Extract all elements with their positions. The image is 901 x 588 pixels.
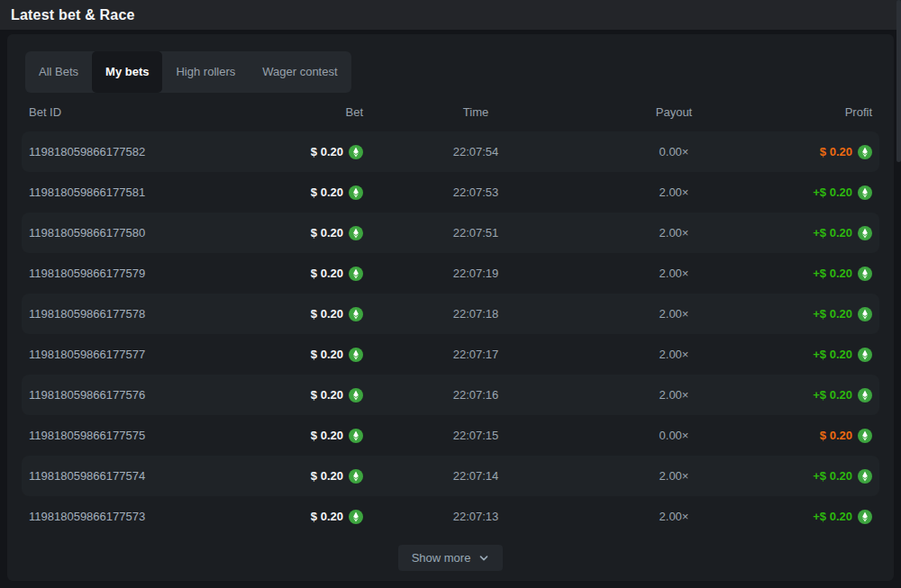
table-row[interactable]: 119818059866177579$ 0.2022:07:192.00×+$ … — [22, 253, 879, 294]
green-coin-icon — [349, 348, 363, 362]
column-header-bet-id: Bet ID — [29, 105, 245, 119]
time-cell: 22:07:15 — [363, 429, 588, 442]
table-header-row: Bet IDBetTimePayoutProfit — [22, 93, 879, 131]
profit-value: +$ 0.20 — [813, 307, 852, 321]
column-header-bet: Bet — [245, 105, 363, 119]
time-cell: 22:07:53 — [363, 185, 588, 199]
time-cell: 22:07:19 — [363, 267, 588, 280]
green-coin-icon — [858, 307, 872, 321]
green-coin-icon — [858, 348, 872, 362]
green-coin-icon — [858, 226, 872, 240]
payout-cell: 0.00× — [588, 145, 760, 158]
show-more-label: Show more — [412, 551, 471, 565]
profit-value: +$ 0.20 — [813, 510, 852, 523]
time-cell: 22:07:14 — [363, 469, 588, 483]
green-coin-icon — [349, 429, 363, 443]
profit-value: $ 0.20 — [820, 145, 852, 158]
show-more-container: Show more — [22, 545, 879, 571]
green-coin-icon — [349, 267, 363, 281]
show-more-button[interactable]: Show more — [398, 545, 504, 571]
bet-id-cell: 119818059866177581 — [29, 185, 245, 199]
bet-id-cell: 119818059866177579 — [29, 267, 245, 280]
tab-wager-contest[interactable]: Wager contest — [249, 51, 350, 93]
bet-id-cell: 119818059866177574 — [29, 469, 245, 483]
green-coin-icon — [858, 429, 872, 443]
profit-cell: +$ 0.20 — [760, 267, 872, 281]
bets-table: Bet IDBetTimePayoutProfit 11981805986617… — [22, 93, 879, 537]
bet-amount-cell: $ 0.20 — [245, 348, 363, 362]
chevron-down-icon — [478, 553, 489, 564]
bet-id-cell: 119818059866177573 — [29, 510, 245, 523]
scrollbar-thumb[interactable] — [896, 0, 901, 162]
profit-cell: +$ 0.20 — [760, 388, 872, 403]
green-coin-icon — [349, 145, 363, 159]
bet-id-cell: 119818059866177575 — [29, 429, 245, 442]
profit-value: $ 0.20 — [820, 429, 852, 442]
payout-cell: 2.00× — [588, 348, 760, 361]
column-header-profit: Profit — [760, 105, 872, 119]
bet-amount-cell: $ 0.20 — [245, 307, 363, 321]
page-scrollbar[interactable] — [896, 0, 901, 588]
column-header-time: Time — [363, 105, 588, 119]
profit-value: +$ 0.20 — [813, 267, 852, 280]
profit-value: +$ 0.20 — [813, 226, 852, 240]
bet-id-cell: 119818059866177580 — [29, 226, 245, 240]
payout-cell: 2.00× — [588, 267, 760, 280]
bet-amount-value: $ 0.20 — [311, 510, 343, 523]
bet-id-cell: 119818059866177578 — [29, 307, 245, 321]
green-coin-icon — [349, 226, 363, 240]
bet-amount-cell: $ 0.20 — [245, 267, 363, 281]
green-coin-icon — [858, 267, 872, 281]
payout-cell: 2.00× — [588, 226, 760, 240]
bet-amount-cell: $ 0.20 — [245, 185, 363, 200]
green-coin-icon — [349, 307, 363, 321]
bet-amount-value: $ 0.20 — [311, 307, 343, 321]
bet-id-cell: 119818059866177577 — [29, 348, 245, 361]
page-title: Latest bet & Race — [11, 7, 135, 23]
bet-amount-cell: $ 0.20 — [245, 469, 363, 484]
bet-amount-value: $ 0.20 — [311, 226, 343, 240]
table-row[interactable]: 119818059866177582$ 0.2022:07:540.00×$ 0… — [22, 131, 879, 172]
bet-amount-cell: $ 0.20 — [245, 510, 363, 524]
table-row[interactable]: 119818059866177580$ 0.2022:07:512.00×+$ … — [22, 213, 879, 253]
bet-amount-value: $ 0.20 — [311, 388, 343, 402]
profit-cell: +$ 0.20 — [760, 185, 872, 200]
green-coin-icon — [349, 469, 363, 484]
time-cell: 22:07:54 — [363, 145, 588, 158]
table-row[interactable]: 119818059866177574$ 0.2022:07:142.00×+$ … — [22, 456, 879, 496]
green-coin-icon — [858, 510, 872, 524]
green-coin-icon — [349, 510, 363, 524]
bet-amount-value: $ 0.20 — [311, 348, 343, 361]
payout-cell: 2.00× — [588, 185, 760, 199]
table-body: 119818059866177582$ 0.2022:07:540.00×$ 0… — [22, 131, 879, 537]
table-row[interactable]: 119818059866177577$ 0.2022:07:172.00×+$ … — [22, 334, 879, 375]
section-header: Latest bet & Race — [0, 0, 901, 30]
table-row[interactable]: 119818059866177573$ 0.2022:07:132.00×+$ … — [22, 496, 879, 537]
table-row[interactable]: 119818059866177576$ 0.2022:07:162.00×+$ … — [22, 375, 879, 415]
payout-cell: 0.00× — [588, 429, 760, 442]
green-coin-icon — [858, 388, 872, 403]
profit-value: +$ 0.20 — [813, 348, 852, 361]
table-row[interactable]: 119818059866177578$ 0.2022:07:182.00×+$ … — [22, 294, 879, 334]
bet-amount-cell: $ 0.20 — [245, 226, 363, 240]
profit-cell: +$ 0.20 — [760, 510, 872, 524]
bet-amount-value: $ 0.20 — [311, 145, 343, 158]
green-coin-icon — [349, 185, 363, 200]
bet-amount-cell: $ 0.20 — [245, 388, 363, 403]
tab-all-bets[interactable]: All Bets — [25, 51, 92, 93]
time-cell: 22:07:16 — [363, 388, 588, 402]
time-cell: 22:07:17 — [363, 348, 588, 361]
bet-amount-value: $ 0.20 — [311, 185, 343, 199]
table-row[interactable]: 119818059866177581$ 0.2022:07:532.00×+$ … — [22, 172, 879, 213]
bet-amount-value: $ 0.20 — [311, 429, 343, 442]
profit-value: +$ 0.20 — [813, 388, 852, 402]
payout-cell: 2.00× — [588, 510, 760, 523]
bets-panel: All BetsMy betsHigh rollersWager contest… — [7, 34, 894, 581]
tab-high-rollers[interactable]: High rollers — [162, 51, 249, 93]
profit-cell: +$ 0.20 — [760, 307, 872, 321]
table-row[interactable]: 119818059866177575$ 0.2022:07:150.00×$ 0… — [22, 415, 879, 456]
tab-my-bets[interactable]: My bets — [92, 51, 162, 93]
payout-cell: 2.00× — [588, 469, 760, 483]
bet-amount-value: $ 0.20 — [311, 267, 343, 280]
column-header-payout: Payout — [588, 105, 760, 119]
